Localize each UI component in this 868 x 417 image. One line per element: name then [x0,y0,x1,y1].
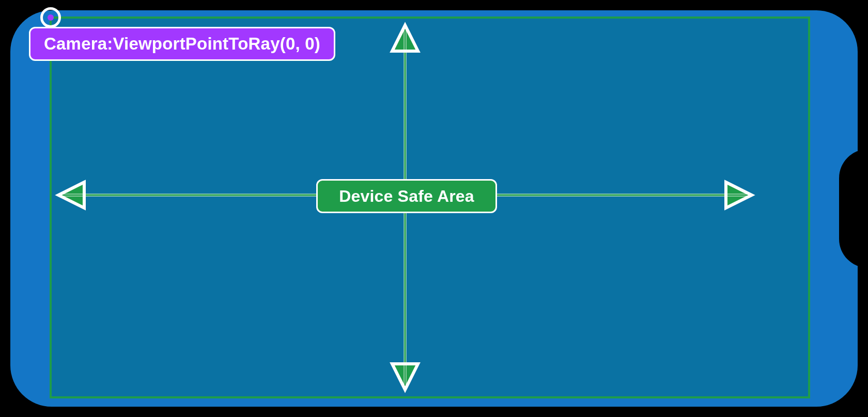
origin-callout: Camera:ViewportPointToRay(0, 0) [29,27,335,61]
origin-marker-icon [40,7,61,28]
device-notch [839,149,868,268]
origin-callout-label: Camera:ViewportPointToRay(0, 0) [44,34,320,54]
safe-area-label: Device Safe Area [339,187,474,206]
safe-area-badge: Device Safe Area [316,179,497,213]
diagram-stage: Device Safe Area Camera:ViewportPointToR… [0,0,868,417]
